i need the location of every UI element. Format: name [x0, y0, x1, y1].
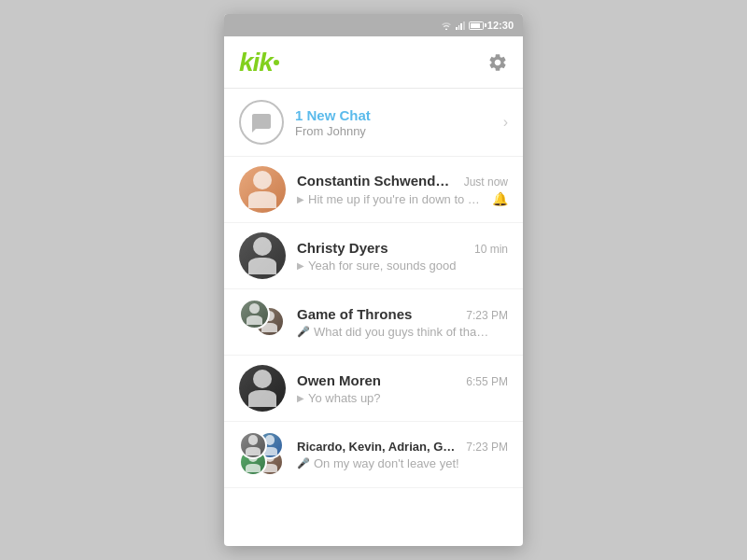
chat-name-ricardo: Ricardo, Kevin, Adrian, Greg — [297, 440, 456, 454]
chat-info-constantin: Constantin Schwendemann Just now ▶ Hit m… — [297, 173, 508, 206]
chat-item-christy[interactable]: Christy Dyers 10 min ▶ Yeah for sure, so… — [224, 223, 523, 289]
avatar-container-ricardo — [239, 431, 286, 478]
chat-item-constantin[interactable]: Constantin Schwendemann Just now ▶ Hit m… — [224, 157, 523, 223]
chat-preview-owen: Yo whats up? — [308, 391, 381, 405]
play-arrow-icon-constantin: ▶ — [297, 194, 304, 204]
chat-time-got: 7:23 PM — [466, 309, 508, 322]
battery-icon — [469, 21, 484, 30]
phone-container: 12:30 kik 1 New Chat From Johnny › — [224, 14, 523, 546]
chat-time-owen: 6:55 PM — [466, 375, 508, 388]
chat-info-owen: Owen Moren 6:55 PM ▶ Yo whats up? — [297, 372, 508, 405]
chat-preview-got: What did you guys think of that leaked..… — [314, 325, 491, 339]
avatar-container-christy — [239, 232, 286, 279]
settings-icon[interactable] — [487, 52, 508, 73]
chat-preview-constantin: Hit me up if you're in down to go... — [308, 192, 486, 206]
status-icons: 12:30 — [441, 20, 514, 31]
kik-logo: kik — [239, 48, 279, 77]
avatar-constantin — [239, 166, 286, 213]
avatar-christy — [239, 232, 286, 279]
avatar-container-owen — [239, 365, 286, 412]
chat-time-ricardo: 7:23 PM — [466, 441, 508, 454]
chat-list: Constantin Schwendemann Just now ▶ Hit m… — [224, 157, 523, 546]
new-chat-item[interactable]: 1 New Chat From Johnny › — [224, 89, 523, 157]
status-bar: 12:30 — [224, 14, 523, 36]
chat-name-got: Game of Thrones — [297, 306, 412, 322]
app-header: kik — [224, 36, 523, 89]
avatar-container-got — [239, 299, 286, 345]
chat-name-christy: Christy Dyers — [297, 240, 388, 256]
chat-preview-ricardo: On my way don't leave yet! — [314, 456, 459, 470]
chevron-right-icon: › — [503, 114, 508, 131]
mute-icon-constantin: 🔔 — [492, 191, 508, 206]
chat-item-got[interactable]: Game of Thrones 7:23 PM 🎤 What did you g… — [224, 289, 523, 356]
chat-info-ricardo: Ricardo, Kevin, Adrian, Greg 7:23 PM 🎤 O… — [297, 440, 508, 470]
chat-info-got: Game of Thrones 7:23 PM 🎤 What did you g… — [297, 306, 508, 339]
avatar-owen — [239, 365, 286, 412]
signal-icon — [456, 21, 465, 30]
new-chat-subtitle: From Johnny — [295, 124, 503, 138]
chat-name-owen: Owen Moren — [297, 372, 381, 388]
chat-preview-christy: Yeah for sure, sounds good — [308, 259, 457, 273]
chat-info-christy: Christy Dyers 10 min ▶ Yeah for sure, so… — [297, 240, 508, 273]
new-chat-text: 1 New Chat From Johnny — [295, 107, 503, 138]
chat-item-ricardo[interactable]: Ricardo, Kevin, Adrian, Greg 7:23 PM 🎤 O… — [224, 422, 523, 488]
mic-icon-got: 🎤 — [297, 326, 310, 338]
avatar-group-ricardo — [239, 431, 286, 478]
play-arrow-icon-owen: ▶ — [297, 393, 304, 403]
play-arrow-icon-christy: ▶ — [297, 260, 304, 271]
chat-item-owen[interactable]: Owen Moren 6:55 PM ▶ Yo whats up? — [224, 356, 523, 422]
avatar-group-got — [239, 299, 286, 345]
avatar-container-constantin — [239, 166, 286, 213]
chat-name-constantin: Constantin Schwendemann — [297, 173, 456, 189]
mic-icon-ricardo: 🎤 — [297, 457, 310, 469]
chat-bubble-icon — [250, 112, 273, 133]
status-time: 12:30 — [487, 20, 514, 31]
new-chat-bubble-icon — [239, 100, 284, 145]
chat-time-constantin: Just now — [464, 175, 508, 189]
wifi-icon — [441, 21, 452, 30]
chat-time-christy: 10 min — [474, 243, 508, 256]
new-chat-title: 1 New Chat — [295, 107, 503, 123]
